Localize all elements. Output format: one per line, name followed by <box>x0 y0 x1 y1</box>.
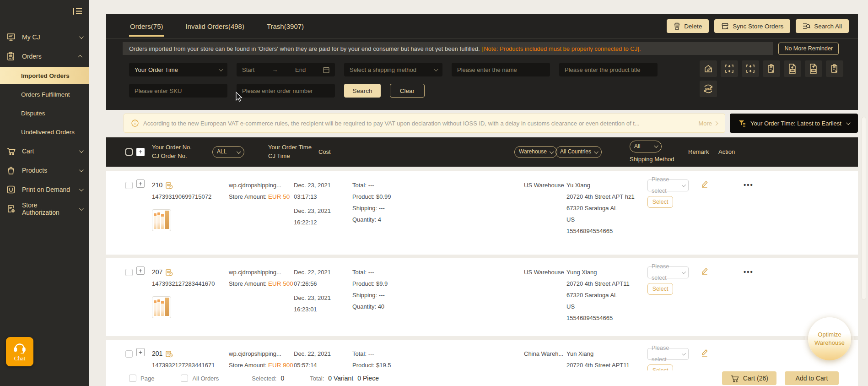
product-title-input[interactable] <box>559 63 658 76</box>
order-rows: + 210 147393190699715072 wp.cjdropshippi… <box>106 171 858 386</box>
clipboard-remove-icon[interactable] <box>826 60 843 77</box>
funnel-icon <box>739 120 746 127</box>
orders-notice-warning: [Note: Products included must be properl… <box>482 45 641 52</box>
vat-banner: According to the new European VAT e-comm… <box>124 114 725 133</box>
chevron-down-icon <box>434 67 438 71</box>
sort-order-dropdown[interactable]: Your Order Time: Latest to Earliest <box>730 114 858 133</box>
sidebar-item-store-authorization[interactable]: Store Authorization <box>0 199 89 218</box>
time-cell: Dec. 23, 2021 03:17:13 Dec. 23, 2021 16:… <box>294 179 352 255</box>
sidebar-subitem-label: Orders Fulfillment <box>21 91 70 98</box>
delete-button[interactable]: Delete <box>667 19 709 33</box>
quick-actions-grid: Excel Excel IOSS <box>700 60 843 97</box>
shipping-method-select[interactable]: Select a shipping method <box>344 63 442 76</box>
edit-address-icon[interactable] <box>700 60 717 77</box>
order-time-select[interactable]: Your Order Time <box>129 63 227 76</box>
chevron-down-icon <box>79 148 84 153</box>
order-date-icon[interactable] <box>165 268 173 276</box>
col-shipping-method: All Shipping Method <box>630 141 688 164</box>
optimize-warehouse-button[interactable]: Optimize Warehouse <box>808 317 851 360</box>
chevron-down-icon <box>682 270 686 274</box>
shipping-cell: Please select Select <box>647 179 700 255</box>
search-list-icon <box>803 22 810 30</box>
vat-banner-row: According to the new European VAT e-comm… <box>124 114 858 133</box>
row-checkbox[interactable] <box>125 350 133 358</box>
more-actions-icon[interactable]: ••• <box>744 268 754 276</box>
search-all-button[interactable]: Search All <box>796 19 849 33</box>
collapse-menu-icon[interactable] <box>73 7 82 15</box>
row-checkbox[interactable] <box>125 182 133 189</box>
shipping-select[interactable]: Please select <box>647 348 689 360</box>
print-on-demand-icon <box>6 185 16 195</box>
store-cell: wp.cjdropshipping... Store Amount: EUR 5… <box>229 266 294 336</box>
edit-remark-icon[interactable] <box>700 179 744 189</box>
orders-notice: Orders imported from your store can be f… <box>123 42 773 55</box>
sidebar-item-products[interactable]: Products <box>0 161 89 180</box>
select-shipping-button[interactable]: Select <box>647 196 673 208</box>
search-button[interactable]: Search <box>344 84 381 98</box>
remark-cell <box>700 179 744 255</box>
tab-trash[interactable]: Trash(3907) <box>266 14 305 39</box>
order-date-icon[interactable] <box>165 350 173 358</box>
vat-more-link[interactable]: More <box>698 120 717 127</box>
shipping-select[interactable]: Please select <box>647 179 689 191</box>
shipping-filter-pill[interactable]: All <box>630 141 662 152</box>
chevron-up-icon <box>78 54 82 59</box>
ioss-sync-icon[interactable]: IOSS <box>700 81 717 97</box>
table-header: + Your Order No. CJ Order No. ALL Your O… <box>106 137 858 167</box>
tab-orders[interactable]: Orders(75) <box>129 14 164 39</box>
chevron-down-icon <box>846 120 851 125</box>
shipping-select[interactable]: Please select <box>647 266 689 278</box>
expand-rows-icon[interactable] <box>721 60 738 77</box>
sidebar-item-disputes[interactable]: Disputes <box>0 104 89 123</box>
expand-row-icon[interactable]: + <box>136 348 145 356</box>
date-range-picker[interactable]: Start → End <box>237 63 335 76</box>
sidebar-item-cart[interactable]: Cart <box>0 141 89 161</box>
no-more-reminder-button[interactable]: No More Reminder <box>778 43 839 55</box>
sidebar-item-imported-orders[interactable]: Imported Orders <box>0 67 89 84</box>
excel-upload-icon[interactable]: Excel <box>805 60 822 77</box>
sidebar-item-my-cj[interactable]: My CJ <box>0 27 89 47</box>
collapse-rows-icon[interactable] <box>742 60 759 77</box>
sidebar-item-label: Products <box>22 167 73 174</box>
all-orders-label: All Orders <box>192 375 219 382</box>
col-cost: Cost <box>318 148 514 157</box>
expand-row-icon[interactable]: + <box>136 266 145 275</box>
clear-button[interactable]: Clear <box>390 84 425 98</box>
tab-invalid-orders[interactable]: Invalid Orders(498) <box>185 14 245 39</box>
time-cell: Dec. 22, 2021 07:26:56 Dec. 23, 2021 16:… <box>294 266 352 336</box>
expand-row-icon[interactable]: + <box>136 179 145 188</box>
order-number-input[interactable] <box>237 84 335 98</box>
add-to-cart-button[interactable]: Add to Cart <box>785 371 839 385</box>
edit-remark-icon[interactable] <box>700 266 744 276</box>
select-shipping-button[interactable]: Select <box>647 283 673 295</box>
all-orders-checkbox[interactable] <box>181 375 188 382</box>
cart-button[interactable]: Cart (26) <box>722 371 776 385</box>
cart-icon <box>6 146 16 156</box>
clipboard-add-icon[interactable] <box>763 60 780 77</box>
chat-button[interactable]: Chat <box>6 337 33 366</box>
sidebar-item-undelivered-orders[interactable]: Undelivered Orders <box>0 123 89 141</box>
select-all-checkbox[interactable] <box>125 148 133 156</box>
sku-input[interactable] <box>129 84 227 98</box>
product-thumbnail[interactable] <box>152 209 171 231</box>
row-checkbox[interactable] <box>125 269 133 276</box>
expand-all-icon[interactable]: + <box>136 148 145 156</box>
sync-store-orders-button[interactable]: Sync Store Orders <box>714 19 790 33</box>
sidebar-subitem-label: Disputes <box>21 110 45 117</box>
excel-download-icon[interactable]: Excel <box>784 60 801 77</box>
footer-bar: Page All Orders Selected: 0 Total: 0 Var… <box>106 370 858 386</box>
chevron-down-icon <box>682 183 686 187</box>
more-actions-icon[interactable]: ••• <box>744 181 754 189</box>
shopping-bag-icon <box>6 165 16 175</box>
edit-remark-icon[interactable] <box>700 348 744 357</box>
sidebar-item-orders-fulfillment[interactable]: Orders Fulfillment <box>0 85 89 104</box>
order-date-icon[interactable] <box>165 181 173 189</box>
product-thumbnail[interactable] <box>152 296 171 318</box>
name-input[interactable] <box>452 63 550 76</box>
calendar-icon <box>323 66 329 73</box>
svg-text:IOSS: IOSS <box>705 87 712 90</box>
vertical-scrollbar[interactable] <box>862 117 866 300</box>
page-checkbox[interactable] <box>129 375 136 382</box>
sidebar-item-orders[interactable]: Orders <box>0 47 89 66</box>
sidebar-item-print-on-demand[interactable]: Print on Demand <box>0 180 89 199</box>
